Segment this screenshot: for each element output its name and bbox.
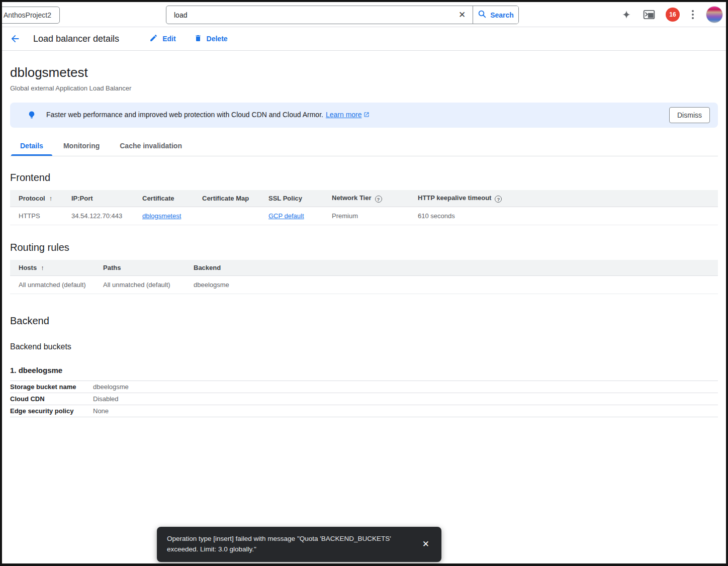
- help-icon[interactable]: ?: [375, 196, 382, 203]
- col-network-tier[interactable]: Network Tier?: [328, 190, 414, 207]
- toast-message: Operation type [insert] failed with mess…: [167, 534, 399, 555]
- more-options-icon[interactable]: [690, 8, 696, 21]
- tab-monitoring[interactable]: Monitoring: [53, 138, 110, 156]
- delete-button-label: Delete: [207, 35, 228, 43]
- cell-protocol: HTTPS: [10, 207, 67, 225]
- backend-buckets-subheading: Backend buckets: [10, 342, 718, 351]
- search-button[interactable]: Search: [473, 6, 518, 24]
- sort-asc-icon: ↑: [41, 264, 44, 271]
- toast-close-icon[interactable]: ✕: [420, 536, 431, 553]
- banner-message: Faster web performance and improved web …: [46, 111, 370, 119]
- cell-certificate-map: [198, 207, 264, 225]
- kv-label: Edge security policy: [10, 407, 93, 415]
- kv-label: Cloud CDN: [10, 395, 93, 403]
- top-bar: AnthosProject2 ✕ Search 16: [2, 2, 726, 27]
- top-bar-actions: 16: [620, 2, 723, 27]
- cell-keepalive: 610 seconds: [414, 207, 718, 225]
- edit-button-label: Edit: [162, 35, 175, 43]
- help-icon[interactable]: ?: [495, 196, 502, 203]
- routing-row: All unmatched (default) All unmatched (d…: [10, 276, 718, 294]
- tab-details[interactable]: Details: [10, 138, 53, 156]
- frontend-header-row: Protocol↑ IP:Port Certificate Certificat…: [10, 190, 718, 207]
- backend-bucket-title: 1. dbeelogsme: [10, 366, 718, 374]
- frontend-table: Protocol↑ IP:Port Certificate Certificat…: [10, 190, 718, 226]
- main-content: dblogsmetest Global external Application…: [2, 65, 726, 417]
- frontend-heading: Frontend: [10, 172, 718, 183]
- trash-icon: [194, 34, 202, 44]
- dismiss-button[interactable]: Dismiss: [669, 107, 710, 123]
- sort-asc-icon: ↑: [49, 195, 53, 202]
- col-paths[interactable]: Paths: [99, 260, 190, 276]
- frontend-row: HTTPS 34.54.122.70:443 dblogsmetest GCP …: [10, 207, 718, 225]
- back-arrow-icon[interactable]: [10, 33, 22, 45]
- backend-bucket-details: Storage bucket name dbeelogsme Cloud CDN…: [10, 381, 718, 417]
- gemini-sparkle-icon[interactable]: [620, 9, 632, 21]
- search-button-label: Search: [490, 11, 514, 19]
- col-certificate-map[interactable]: Certificate Map: [198, 190, 264, 207]
- routing-header-row: Hosts↑ Paths Backend: [10, 260, 718, 276]
- cell-ssl-policy: GCP default: [264, 207, 328, 225]
- cell-network-tier: Premium: [328, 207, 414, 225]
- page-title: Load balancer details: [33, 34, 119, 44]
- ssl-policy-link[interactable]: GCP default: [268, 212, 304, 220]
- certificate-link[interactable]: dblogsmetest: [142, 212, 181, 220]
- clear-search-icon[interactable]: ✕: [451, 6, 473, 24]
- cloud-shell-icon[interactable]: [643, 8, 656, 21]
- tab-bar: Details Monitoring Cache invalidation: [10, 138, 718, 156]
- routing-rules-table: Hosts↑ Paths Backend All unmatched (defa…: [10, 260, 718, 294]
- cell-backend: dbeelogsme: [190, 276, 718, 294]
- project-name: AnthosProject2: [4, 11, 51, 19]
- cell-paths: All unmatched (default): [99, 276, 190, 294]
- cell-hosts: All unmatched (default): [10, 276, 99, 294]
- external-link-icon: [363, 111, 370, 119]
- page-header: Load balancer details Edit Delete: [2, 27, 726, 51]
- edit-button[interactable]: Edit: [149, 34, 175, 44]
- kv-value: dbeelogsme: [93, 383, 129, 391]
- learn-more-link[interactable]: Learn more: [326, 111, 362, 119]
- kv-label: Storage bucket name: [10, 383, 93, 391]
- browser-viewport: AnthosProject2 ✕ Search 16: [0, 0, 728, 566]
- load-balancer-type: Global external Application Load Balance…: [10, 84, 718, 92]
- cell-ip-port: 34.54.122.70:443: [67, 207, 138, 225]
- project-selector[interactable]: AnthosProject2: [0, 7, 60, 24]
- kv-row-cloud-cdn: Cloud CDN Disabled: [10, 393, 718, 405]
- routing-rules-heading: Routing rules: [10, 242, 718, 253]
- info-banner: Faster web performance and improved web …: [10, 103, 718, 128]
- load-balancer-name: dblogsmetest: [10, 65, 718, 80]
- error-toast: Operation type [insert] failed with mess…: [157, 527, 441, 562]
- kv-value: Disabled: [93, 395, 119, 403]
- user-avatar[interactable]: [706, 6, 723, 23]
- delete-button[interactable]: Delete: [194, 34, 228, 44]
- kv-row-edge-security: Edge security policy None: [10, 405, 718, 417]
- notification-badge[interactable]: 16: [666, 8, 680, 22]
- search-icon: [478, 10, 487, 20]
- kv-value: None: [93, 407, 109, 415]
- col-ssl-policy[interactable]: SSL Policy: [264, 190, 328, 207]
- kv-row-storage-bucket: Storage bucket name dbeelogsme: [10, 381, 718, 393]
- tab-cache-invalidation[interactable]: Cache invalidation: [110, 138, 192, 156]
- col-certificate[interactable]: Certificate: [138, 190, 198, 207]
- lightbulb-icon: [27, 111, 36, 120]
- search-box: ✕ Search: [166, 6, 519, 24]
- col-hosts[interactable]: Hosts↑: [10, 260, 99, 276]
- cell-certificate: dblogsmetest: [138, 207, 198, 225]
- col-protocol[interactable]: Protocol↑: [10, 190, 67, 207]
- col-ip-port[interactable]: IP:Port: [67, 190, 138, 207]
- pencil-icon: [149, 34, 158, 44]
- col-backend[interactable]: Backend: [190, 260, 718, 276]
- backend-heading: Backend: [10, 315, 718, 327]
- col-keepalive[interactable]: HTTP keepalive timeout?: [414, 190, 718, 207]
- search-input[interactable]: [166, 6, 451, 24]
